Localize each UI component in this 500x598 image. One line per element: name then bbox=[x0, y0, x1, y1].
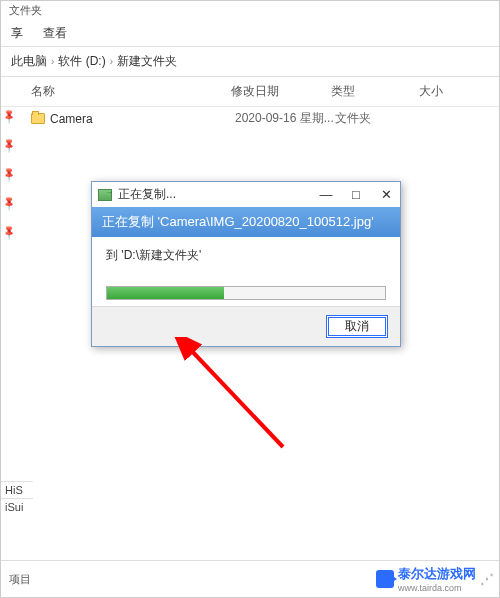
close-button[interactable]: ✕ bbox=[378, 187, 394, 202]
pin-icon: 📌 bbox=[1, 137, 17, 153]
sidebar-bottom: HiS iSui bbox=[1, 481, 33, 515]
annotation-arrow-icon bbox=[173, 337, 293, 457]
sidebar-item[interactable]: iSui bbox=[1, 498, 33, 515]
breadcrumb-root[interactable]: 此电脑 bbox=[11, 53, 47, 70]
dialog-banner: 正在复制 'Camera\IMG_20200820_100512.jpg' bbox=[92, 207, 400, 237]
minimize-button[interactable]: — bbox=[318, 187, 334, 202]
column-date[interactable]: 修改日期 bbox=[231, 83, 331, 100]
ribbon-tabs: 享 查看 bbox=[1, 21, 499, 47]
pin-icon: 📌 bbox=[1, 224, 17, 240]
status-text: 项目 bbox=[9, 572, 31, 587]
file-date: 2020-09-16 星期... bbox=[235, 110, 335, 127]
column-size[interactable]: 大小 bbox=[419, 83, 469, 100]
svg-line-0 bbox=[188, 347, 283, 447]
file-type: 文件夹 bbox=[335, 110, 423, 127]
pin-icon: 📌 bbox=[1, 108, 17, 124]
ribbon-tab-view[interactable]: 查看 bbox=[43, 25, 67, 42]
dialog-title-text: 正在复制... bbox=[118, 186, 176, 203]
dest-path: 'D:\新建文件夹' bbox=[121, 248, 201, 262]
dialog-body: 到 'D:\新建文件夹' bbox=[92, 237, 400, 306]
breadcrumb-drive[interactable]: 软件 (D:) bbox=[58, 53, 105, 70]
resize-grip-icon: ⋰ bbox=[480, 571, 491, 587]
watermark: 泰尔达游戏网 www.tairda.com ⋰ bbox=[376, 565, 491, 593]
cancel-button[interactable]: 取消 bbox=[326, 315, 388, 338]
progress-bar bbox=[106, 286, 386, 300]
dialog-footer: 取消 bbox=[92, 306, 400, 346]
dialog-titlebar[interactable]: 正在复制... — □ ✕ bbox=[92, 182, 400, 207]
columns-header: 名称 修改日期 类型 大小 bbox=[1, 77, 499, 107]
maximize-button[interactable]: □ bbox=[348, 187, 364, 202]
sidebar-item[interactable]: HiS bbox=[1, 481, 33, 498]
folder-icon bbox=[31, 113, 45, 124]
column-name[interactable]: 名称 bbox=[31, 83, 231, 100]
dest-prefix: 到 bbox=[106, 248, 121, 262]
pin-icon: 📌 bbox=[1, 166, 17, 182]
pin-icon: 📌 bbox=[1, 195, 17, 211]
watermark-logo-icon bbox=[376, 570, 394, 588]
window-title: 文件夹 bbox=[1, 1, 499, 21]
file-name: Camera bbox=[50, 112, 235, 126]
watermark-url: www.tairda.com bbox=[398, 583, 476, 593]
chevron-right-icon: › bbox=[110, 56, 113, 67]
chevron-right-icon: › bbox=[51, 56, 54, 67]
table-row[interactable]: Camera 2020-09-16 星期... 文件夹 bbox=[1, 107, 499, 130]
copy-dialog: 正在复制... — □ ✕ 正在复制 'Camera\IMG_20200820_… bbox=[91, 181, 401, 347]
quick-access-pins: 📌 📌 📌 📌 📌 bbox=[3, 111, 15, 238]
copy-icon bbox=[98, 189, 112, 201]
progress-fill bbox=[107, 287, 224, 299]
watermark-brand: 泰尔达游戏网 bbox=[398, 565, 476, 583]
status-bar: 项目 泰尔达游戏网 www.tairda.com ⋰ bbox=[1, 560, 499, 597]
ribbon-tab-share[interactable]: 享 bbox=[11, 25, 23, 42]
column-type[interactable]: 类型 bbox=[331, 83, 419, 100]
breadcrumb-folder[interactable]: 新建文件夹 bbox=[117, 53, 177, 70]
breadcrumb[interactable]: 此电脑 › 软件 (D:) › 新建文件夹 bbox=[1, 47, 499, 77]
